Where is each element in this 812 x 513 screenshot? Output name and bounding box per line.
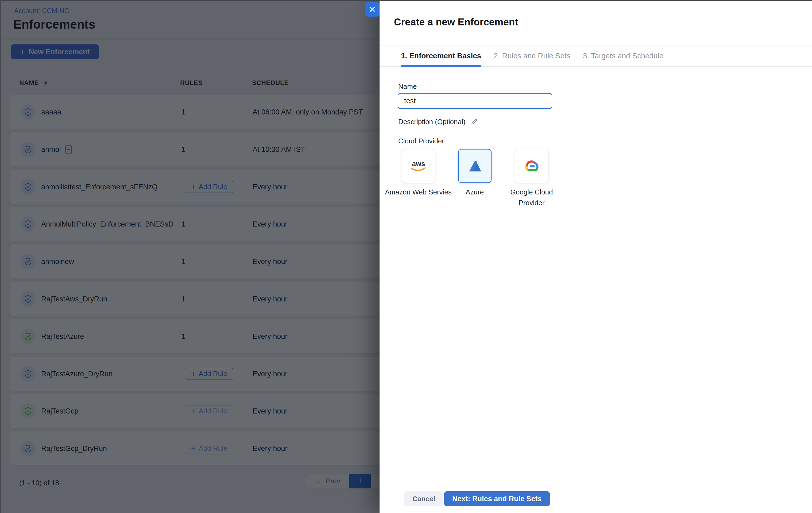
- provider-card-aws[interactable]: aws: [402, 149, 435, 183]
- cloud-provider-label: Cloud Provider: [398, 137, 444, 145]
- wizard-tabs: 1. Enforcement Basics 2. Rules and Rule …: [380, 45, 812, 67]
- create-enforcement-drawer: Create a new Enforcement 1. Enforcement …: [380, 0, 812, 513]
- cancel-button[interactable]: Cancel: [404, 491, 443, 506]
- tab-targets-and-schedule[interactable]: 3. Targets and Schedule: [583, 46, 663, 66]
- modal-overlay[interactable]: [0, 0, 380, 513]
- pencil-icon: [470, 118, 478, 126]
- aws-logo-icon: aws: [408, 160, 429, 172]
- edit-description-button[interactable]: [470, 117, 479, 126]
- description-label: Description (Optional): [398, 118, 465, 126]
- window-left-edge: [0, 0, 1, 513]
- svg-text:aws: aws: [412, 160, 425, 168]
- provider-card-azure[interactable]: [458, 149, 492, 183]
- name-label: Name: [398, 82, 417, 91]
- close-icon[interactable]: ✕: [365, 2, 380, 17]
- drawer-title: Create a new Enforcement: [394, 17, 518, 28]
- provider-label-gcp: Google Cloud Provider: [497, 187, 567, 208]
- tab-rules-and-rule-sets[interactable]: 2. Rules and Rule Sets: [494, 46, 570, 66]
- window-top-edge: [0, 0, 812, 1]
- provider-card-gcp[interactable]: [515, 149, 548, 183]
- name-input[interactable]: [398, 93, 552, 109]
- tab-enforcement-basics[interactable]: 1. Enforcement Basics: [401, 46, 481, 66]
- next-button[interactable]: Next: Rules and Rule Sets: [444, 491, 550, 506]
- gcp-logo-icon: [523, 159, 541, 173]
- screen: Account: CCM-NG Enforcements + New Enfor…: [0, 0, 812, 513]
- azure-logo-icon: [466, 159, 484, 173]
